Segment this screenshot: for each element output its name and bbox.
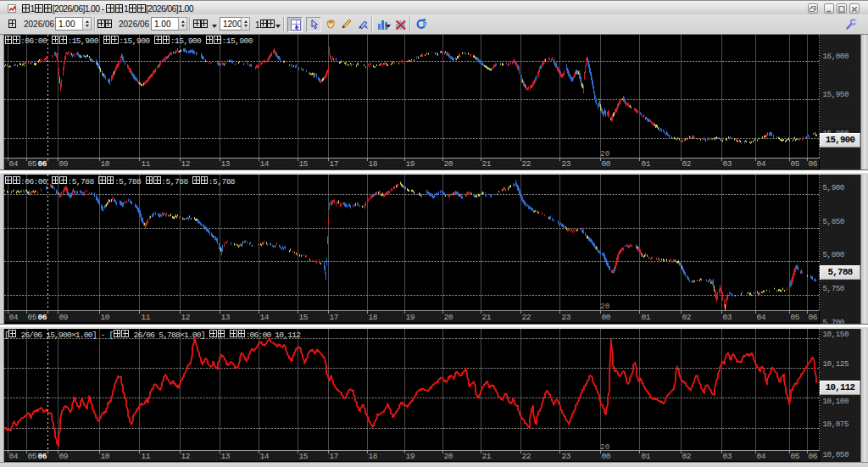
svg-text:R: R (423, 21, 427, 26)
